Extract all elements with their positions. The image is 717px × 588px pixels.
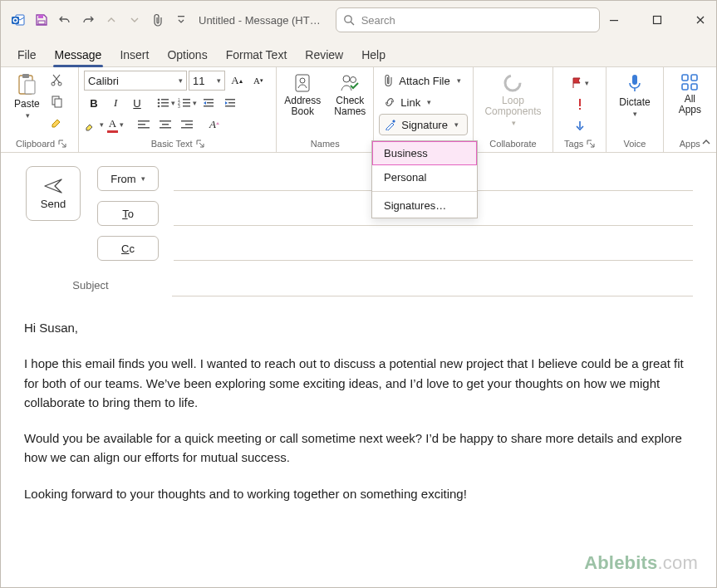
compose-area: Send From▾ To Cc Subject Hi Susan, I hop… xyxy=(1,153,716,503)
format-painter-icon[interactable] xyxy=(47,114,66,132)
clear-formatting-icon[interactable]: A xyxy=(205,115,225,134)
underline-icon[interactable]: U xyxy=(127,94,147,112)
nav-down-icon xyxy=(124,9,145,31)
tab-format-text[interactable]: Format Text xyxy=(224,45,289,66)
svg-rect-48 xyxy=(579,99,581,106)
tab-file[interactable]: File xyxy=(16,45,38,66)
search-placeholder: Search xyxy=(361,14,395,27)
quick-access-toolbar xyxy=(7,9,192,31)
cc-button[interactable]: Cc xyxy=(97,236,159,261)
subject-field[interactable] xyxy=(172,274,693,296)
tab-help[interactable]: Help xyxy=(360,45,387,66)
dialog-launcher-icon[interactable] xyxy=(58,140,66,148)
svg-point-18 xyxy=(157,102,160,105)
svg-rect-11 xyxy=(25,81,35,94)
close-button[interactable] xyxy=(686,6,715,34)
high-importance-icon[interactable] xyxy=(570,96,590,114)
group-basic-text: Calibri▾ 11▾ A▴ A▾ B I U ▾ 123▾ ▾ A▾ xyxy=(79,67,277,152)
undo-icon[interactable] xyxy=(54,9,76,31)
svg-rect-42 xyxy=(181,127,193,129)
cut-icon[interactable] xyxy=(47,71,66,89)
font-color-icon[interactable]: A▾ xyxy=(106,115,125,134)
search-icon xyxy=(343,14,355,26)
save-icon[interactable] xyxy=(31,9,52,31)
numbering-icon[interactable]: 123▾ xyxy=(177,94,197,112)
body-paragraph: Hi Susan, xyxy=(24,318,693,337)
svg-point-6 xyxy=(344,16,351,22)
tab-options[interactable]: Options xyxy=(165,45,209,66)
link-button[interactable]: Link▾ xyxy=(379,92,468,112)
signature-menu-signatures[interactable]: Signatures… xyxy=(372,194,477,218)
svg-rect-5 xyxy=(178,16,184,17)
decrease-indent-icon[interactable] xyxy=(199,94,219,112)
font-name-combo[interactable]: Calibri▾ xyxy=(84,71,187,91)
signature-menu-business[interactable]: Business xyxy=(372,141,477,165)
group-tags-label: Tags xyxy=(564,139,583,149)
align-left-icon[interactable] xyxy=(134,115,154,134)
search-input[interactable]: Search xyxy=(336,7,600,32)
bullets-icon[interactable]: ▾ xyxy=(155,94,175,112)
signature-menu: Business Personal Signatures… xyxy=(371,140,478,218)
loop-icon xyxy=(502,72,523,94)
svg-rect-37 xyxy=(160,120,171,122)
dialog-launcher-icon[interactable] xyxy=(587,140,595,148)
all-apps-button[interactable]: All Apps xyxy=(674,71,706,117)
bold-icon[interactable]: B xyxy=(84,94,104,112)
cc-field[interactable] xyxy=(174,237,693,261)
highlight-icon[interactable]: ▾ xyxy=(84,115,104,134)
svg-rect-29 xyxy=(207,102,214,104)
clipboard-icon xyxy=(16,72,37,97)
shrink-font-icon[interactable]: A▾ xyxy=(248,71,268,90)
svg-rect-10 xyxy=(22,74,29,78)
font-size-combo[interactable]: 11▾ xyxy=(189,71,225,91)
tab-message[interactable]: Message xyxy=(53,45,104,66)
svg-rect-21 xyxy=(161,105,169,107)
group-clipboard-label: Clipboard xyxy=(16,139,55,149)
svg-rect-15 xyxy=(55,99,61,107)
group-tags: ▾ Tags xyxy=(553,67,607,152)
tab-review[interactable]: Review xyxy=(303,45,345,66)
svg-rect-17 xyxy=(161,99,169,100)
grow-font-icon[interactable]: A▴ xyxy=(227,71,247,90)
italic-icon[interactable]: I xyxy=(106,94,125,112)
attach-icon[interactable] xyxy=(147,9,169,31)
attach-file-label: Attach File xyxy=(399,75,449,87)
follow-up-icon[interactable]: ▾ xyxy=(570,74,590,92)
message-body[interactable]: Hi Susan, I hope this email finds you we… xyxy=(24,318,693,503)
svg-rect-38 xyxy=(162,124,169,125)
align-center-icon[interactable] xyxy=(155,115,175,134)
copy-icon[interactable] xyxy=(47,92,66,110)
title-bar: Untitled - Message (HT… Search xyxy=(1,1,716,40)
redo-icon[interactable] xyxy=(77,9,99,31)
svg-rect-8 xyxy=(653,17,661,24)
dictate-button[interactable]: Dictate▾ xyxy=(614,71,655,120)
dialog-launcher-icon[interactable] xyxy=(196,140,204,148)
signature-button[interactable]: Signature▾ xyxy=(379,114,468,135)
maximize-button[interactable] xyxy=(643,6,671,34)
paperclip-icon xyxy=(384,74,394,87)
group-include: Attach File▾ Link▾ Signature▾ Include xyxy=(374,67,474,152)
increase-indent-icon[interactable] xyxy=(220,94,240,112)
to-button[interactable]: To xyxy=(97,201,159,226)
body-paragraph: Would you be available for a quick meeti… xyxy=(24,429,693,468)
collapse-ribbon-icon[interactable] xyxy=(701,137,711,147)
send-button[interactable]: Send xyxy=(26,166,81,221)
address-book-label: Address Book xyxy=(284,96,321,117)
low-importance-icon[interactable] xyxy=(570,117,590,135)
minimize-button[interactable] xyxy=(600,6,628,34)
qat-overflow-icon[interactable] xyxy=(170,9,192,31)
paste-button[interactable]: Paste▾ xyxy=(9,71,45,123)
check-names-button[interactable]: Check Names xyxy=(329,71,371,119)
svg-rect-50 xyxy=(632,75,637,85)
signature-menu-personal[interactable]: Personal xyxy=(372,165,477,189)
attach-file-button[interactable]: Attach File▾ xyxy=(379,71,468,91)
align-right-icon[interactable] xyxy=(177,115,197,134)
address-book-button[interactable]: Address Book xyxy=(279,71,326,119)
from-button[interactable]: From▾ xyxy=(97,166,159,191)
mic-icon xyxy=(626,72,644,96)
menu-separator xyxy=(372,191,477,192)
address-book-icon xyxy=(292,72,312,94)
tab-insert[interactable]: Insert xyxy=(118,45,150,66)
group-names-label: Names xyxy=(311,139,340,149)
svg-point-47 xyxy=(505,76,520,91)
